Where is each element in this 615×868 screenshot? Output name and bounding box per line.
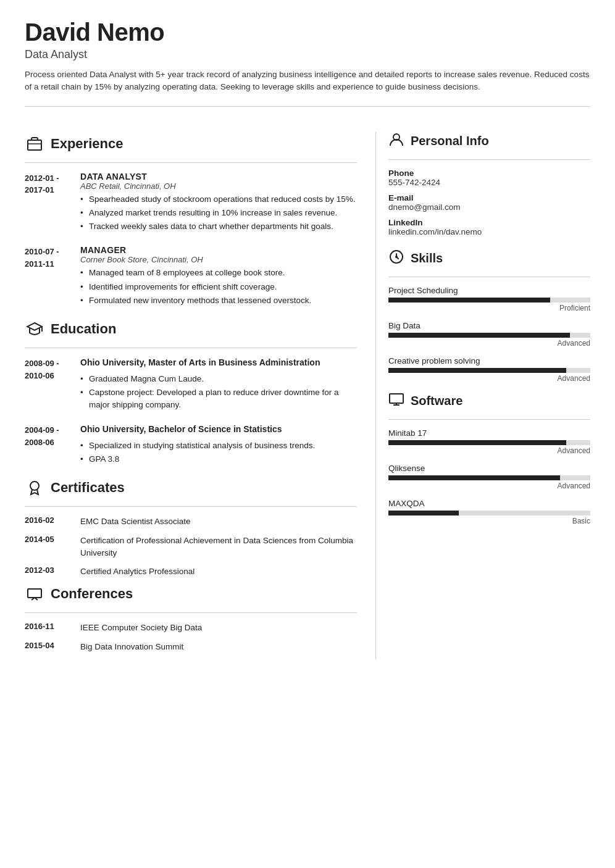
skills-heading: Skills	[388, 249, 590, 268]
bullet: Identified improvements for efficient sh…	[80, 281, 357, 293]
education-content-1: Ohio University, Master of Arts in Busin…	[80, 357, 357, 412]
skill-item-1: Project Scheduling Proficient	[388, 286, 590, 312]
candidate-title: Data Analyst	[25, 48, 590, 61]
experience-icon	[25, 134, 44, 154]
conference-entry-1: 2016-11 IEEE Computer Society Big Data	[25, 622, 357, 634]
bullet: Formulated new inventory methods that le…	[80, 294, 357, 307]
conferences-divider	[25, 612, 357, 613]
software-bar-fill-3	[388, 511, 459, 515]
resume-body: Experience 2012-01 - 2017-01 DATA ANALYS…	[0, 107, 615, 684]
education-title-1: Ohio University, Master of Arts in Busin…	[80, 357, 357, 369]
education-date-2: 2004-09 - 2008-06	[25, 424, 80, 467]
education-divider	[25, 348, 357, 348]
svg-rect-0	[28, 140, 41, 150]
svg-rect-7	[390, 394, 403, 403]
skills-icon	[388, 249, 404, 268]
software-bar-bg-1	[388, 440, 590, 445]
experience-entry-2: 2010-07 - 2011-11 MANAGER Corner Book St…	[25, 245, 357, 308]
conferences-icon	[25, 584, 44, 604]
linkedin-value: linkedin.com/in/dav.nemo	[388, 227, 590, 236]
experience-subtitle-1: ABC Retail, Cincinnati, OH	[80, 182, 357, 191]
conferences-heading: Conferences	[25, 584, 357, 604]
software-icon	[388, 391, 404, 411]
software-item-3: MAXQDA Basic	[388, 499, 590, 525]
cert-entry-2: 2014-05 Certification of Professional Ac…	[25, 535, 357, 560]
skill-item-3: Creative problem solving Advanced	[388, 356, 590, 383]
resume-header: David Nemo Data Analyst Process oriented…	[0, 0, 615, 106]
education-entry-2: 2004-09 - 2008-06 Ohio University, Bache…	[25, 424, 357, 467]
email-label: E-mail	[388, 193, 590, 202]
personal-info-section: Personal Info Phone 555-742-2424 E-mail …	[388, 131, 590, 236]
bullet: Specialized in studying statistical anal…	[80, 440, 357, 452]
personal-info-heading: Personal Info	[388, 131, 590, 151]
certificates-section: Certificates 2016-02 EMC Data Scientist …	[25, 478, 357, 578]
linkedin-label: LinkedIn	[388, 218, 590, 227]
skill-bar-bg-1	[388, 298, 590, 303]
bullet: Managed team of 8 employees at college b…	[80, 267, 357, 279]
phone-value: 555-742-2424	[388, 178, 590, 187]
skill-bar-bg-2	[388, 333, 590, 338]
certificates-divider	[25, 506, 357, 507]
software-heading: Software	[388, 391, 590, 411]
bullet: Spearheaded study of stockroom operation…	[80, 193, 357, 206]
bullet: Tracked weekly sales data to chart wheth…	[80, 220, 357, 233]
experience-heading: Experience	[25, 134, 357, 154]
conferences-section: Conferences 2016-11 IEEE Computer Societ…	[25, 584, 357, 653]
cert-entry-3: 2012-03 Certified Analytics Professional	[25, 565, 357, 578]
education-entry-1: 2008-09 - 2010-06 Ohio University, Maste…	[25, 357, 357, 412]
software-item-1: Minitab 17 Advanced	[388, 428, 590, 455]
experience-divider	[25, 162, 357, 163]
software-section: Software Minitab 17 Advanced Qliksense A…	[388, 391, 590, 525]
software-item-2: Qliksense Advanced	[388, 464, 590, 490]
education-bullets-2: Specialized in studying statistical anal…	[80, 440, 357, 466]
personal-info-divider	[388, 159, 590, 160]
bullet: Analyzed market trends resulting in 10% …	[80, 207, 357, 219]
candidate-summary: Process oriented Data Analyst with 5+ ye…	[25, 69, 590, 94]
software-bar-fill-2	[388, 475, 560, 480]
svg-point-6	[395, 256, 398, 258]
right-column: Personal Info Phone 555-742-2424 E-mail …	[375, 131, 590, 659]
software-bar-bg-2	[388, 475, 590, 480]
left-column: Experience 2012-01 - 2017-01 DATA ANALYS…	[25, 131, 375, 659]
skills-divider	[388, 277, 590, 277]
skill-bar-fill-2	[388, 333, 570, 338]
experience-content-2: MANAGER Corner Book Store, Cincinnati, O…	[80, 245, 357, 308]
education-bullets-1: Graduated Magna Cum Laude. Capstone proj…	[80, 373, 357, 412]
svg-point-4	[30, 482, 39, 490]
experience-entry-1: 2012-01 - 2017-01 DATA ANALYST ABC Retai…	[25, 172, 357, 235]
education-date-1: 2008-09 - 2010-06	[25, 357, 80, 412]
experience-date-1: 2012-01 - 2017-01	[25, 172, 80, 235]
experience-subtitle-2: Corner Book Store, Cincinnati, OH	[80, 255, 357, 264]
bullet: GPA 3.8	[80, 453, 357, 465]
education-title-2: Ohio University, Bachelor of Science in …	[80, 424, 357, 436]
experience-title-1: DATA ANALYST	[80, 172, 357, 182]
conference-entry-2: 2015-04 Big Data Innovation Summit	[25, 641, 357, 653]
skill-item-2: Big Data Advanced	[388, 321, 590, 348]
personal-info-icon	[388, 131, 404, 151]
experience-section: Experience 2012-01 - 2017-01 DATA ANALYS…	[25, 134, 357, 309]
experience-date-2: 2010-07 - 2011-11	[25, 245, 80, 308]
certificates-icon	[25, 478, 44, 498]
skills-section: Skills Project Scheduling Proficient Big…	[388, 249, 590, 383]
skill-bar-bg-3	[388, 368, 590, 373]
software-bar-fill-1	[388, 440, 566, 445]
education-icon	[25, 319, 44, 339]
experience-title-2: MANAGER	[80, 245, 357, 255]
cert-entry-1: 2016-02 EMC Data Scientist Associate	[25, 515, 357, 528]
education-heading: Education	[25, 319, 357, 339]
certificates-heading: Certificates	[25, 478, 357, 498]
software-divider	[388, 419, 590, 420]
experience-bullets-1: Spearheaded study of stockroom operation…	[80, 193, 357, 233]
skill-bar-fill-3	[388, 368, 566, 373]
email-value: dnemo@gmail.com	[388, 202, 590, 212]
experience-content-1: DATA ANALYST ABC Retail, Cincinnati, OH …	[80, 172, 357, 235]
experience-bullets-2: Managed team of 8 employees at college b…	[80, 267, 357, 307]
bullet: Capstone project: Developed a plan to re…	[80, 386, 357, 412]
software-bar-bg-3	[388, 511, 590, 515]
education-content-2: Ohio University, Bachelor of Science in …	[80, 424, 357, 467]
skill-bar-fill-1	[388, 298, 550, 303]
phone-label: Phone	[388, 169, 590, 178]
bullet: Graduated Magna Cum Laude.	[80, 373, 357, 385]
candidate-name: David Nemo	[25, 19, 590, 46]
education-section: Education 2008-09 - 2010-06 Ohio Univers…	[25, 319, 357, 467]
